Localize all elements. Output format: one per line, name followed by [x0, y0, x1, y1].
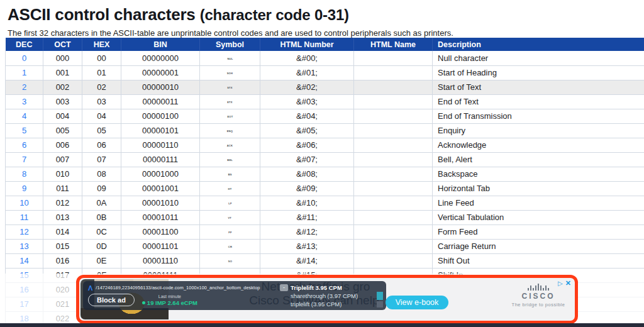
cell-symbol: HT [200, 181, 260, 196]
dec-link[interactable]: 11 [20, 213, 29, 222]
cell-description: Vertical Tabulation [433, 210, 644, 224]
table-row: 40040400000100EOT&#04;End of Transmissio… [6, 109, 644, 123]
page: ASCII control characters (character code… [0, 0, 644, 327]
cell-html-number: &#08; [260, 167, 354, 181]
dec-link[interactable]: 6 [22, 140, 26, 150]
cell-html-number: &#02; [260, 80, 354, 94]
cell-bin: 00000100 [121, 109, 200, 123]
last-minute-label: Last minute [142, 294, 197, 299]
table-row: 120140C00001100FF&#12;Form Feed [6, 224, 644, 239]
cell-hex: 09 [82, 181, 121, 196]
control-symbol-glyph: ENQ [227, 130, 233, 133]
bid-swatch [377, 301, 383, 308]
cell-html-name [354, 239, 433, 253]
dec-link[interactable]: 9 [22, 184, 26, 193]
cell-bin: 00000110 [121, 138, 200, 152]
cell-html-name [354, 210, 433, 224]
bid-swatch [377, 292, 383, 300]
cell-symbol: STX [200, 80, 260, 94]
cell-dec: 3 [6, 94, 43, 109]
cell-oct: 000 [43, 51, 82, 65]
dec-link[interactable]: 5 [22, 126, 26, 135]
cell-bin: 00000101 [121, 123, 200, 138]
table-row: 10010100000001SOH&#01;Start of Heading [6, 65, 644, 80]
cell-dec: 8 [6, 167, 43, 181]
cell-dec: 12 [6, 224, 43, 239]
minimize-button[interactable]: - [280, 284, 288, 291]
cell-hex: 00 [82, 51, 121, 65]
cell-dec: 4 [6, 109, 43, 123]
adchoices-icon[interactable]: ▷ [558, 280, 563, 287]
cell-hex: 0E [82, 253, 121, 268]
dec-link[interactable]: 7 [22, 155, 26, 164]
dec-link[interactable]: 13 [19, 241, 28, 251]
dec-link[interactable]: 12 [19, 227, 28, 236]
cell-oct: 016 [43, 253, 82, 268]
cell-html-name [354, 51, 433, 65]
cell-bin: 00001100 [121, 224, 200, 239]
dec-link[interactable]: 8 [22, 169, 26, 179]
cell-bin: 00000000 [121, 51, 200, 65]
table-row: 90110900001001HT&#09;Horizontal Tab [6, 181, 644, 196]
control-symbol-glyph: SOH [227, 72, 233, 75]
cell-symbol: FF [200, 224, 260, 239]
cell-bin: 00001000 [121, 167, 200, 181]
bid-row: sharethrough (3.97 CPM) [291, 292, 383, 300]
cell-description: Horizontal Tab [433, 181, 644, 196]
cell-html-name [354, 253, 433, 268]
cell-dec: 9 [6, 181, 43, 196]
cell-description: Backspace [433, 167, 644, 181]
cell-bin: 00001010 [121, 196, 200, 210]
impressions-status: Last minute 19 IMP 2.64 eCPM [142, 294, 197, 306]
page-header: ASCII control characters (character code… [0, 0, 644, 38]
column-header-description: Description [433, 38, 644, 51]
cell-html-number: &#11; [260, 210, 354, 224]
view-ebook-button[interactable]: View e-book [386, 296, 448, 309]
cell-description: Bell, Alert [433, 152, 644, 167]
cell-dec: 0 [6, 51, 43, 65]
cell-oct: 001 [43, 65, 82, 80]
cell-oct: 012 [43, 196, 82, 210]
cell-bin: 00001001 [121, 181, 200, 196]
control-symbol-glyph: FF [228, 231, 231, 235]
cell-description: Start of Heading [433, 65, 644, 80]
cell-symbol: SOH [200, 65, 260, 80]
cell-html-number: &#14; [260, 253, 354, 268]
control-symbol-glyph: STX [227, 87, 232, 90]
cell-description: Start of Text [433, 80, 644, 94]
dec-link[interactable]: 2 [22, 82, 26, 92]
dec-link[interactable]: 1 [22, 68, 26, 77]
cell-description: Line Feed [433, 196, 644, 210]
column-header-bin: BIN [121, 38, 200, 51]
dec-link[interactable]: 3 [22, 97, 26, 106]
cell-oct: 004 [43, 109, 82, 123]
ad-creative[interactable]: Network traffic is gro Cisco SD-WAN can … [79, 278, 575, 321]
page-title-suffix: (character code 0-31) [200, 6, 349, 23]
cell-html-number: &#05; [260, 123, 354, 138]
dec-link[interactable]: 4 [22, 111, 26, 121]
cell-html-name [354, 181, 433, 196]
table-row: 130150D00001101CR&#13;Carriage Return [6, 239, 644, 253]
cell-hex: 08 [82, 167, 121, 181]
cell-html-number: &#09; [260, 181, 354, 196]
cell-hex: 04 [82, 109, 121, 123]
table-row: 20020200000010STX&#02;Start of Text [6, 80, 644, 94]
ad-close-icon[interactable]: ✕ [565, 279, 571, 287]
cisco-tagline: The bridge to possible [488, 302, 575, 308]
control-symbol-glyph: LF [228, 202, 231, 206]
table-row: 30030300000011ETX&#03;End of Text [6, 94, 644, 109]
cell-oct: 005 [43, 123, 82, 138]
dec-link[interactable]: 10 [19, 198, 28, 208]
dec-link[interactable]: 14 [19, 256, 28, 265]
ad-container: Network traffic is gro Cisco SD-WAN can … [76, 275, 578, 324]
cell-html-number: &#10; [260, 196, 354, 210]
cell-html-number: &#12; [260, 224, 354, 239]
cell-oct: 010 [43, 167, 82, 181]
dec-link[interactable]: 0 [22, 53, 26, 63]
cell-html-number: &#03; [260, 94, 354, 109]
block-ad-button[interactable]: Block ad [88, 294, 135, 306]
column-header-symbol: Symbol [200, 38, 260, 51]
cell-oct: 011 [43, 181, 82, 196]
cell-hex: 0B [82, 210, 121, 224]
cell-html-name [354, 152, 433, 167]
